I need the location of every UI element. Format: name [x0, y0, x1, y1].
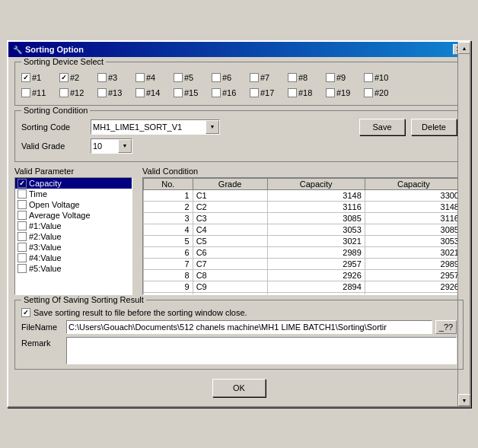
- cell-cap1: 3116: [267, 202, 365, 213]
- param-item-val5[interactable]: #5:Value: [15, 263, 132, 274]
- table-row: 8 C8 2926 2957: [144, 270, 463, 281]
- device-item-18[interactable]: #18: [288, 88, 320, 97]
- device-checkbox-20[interactable]: [364, 88, 373, 97]
- remark-label: Remark: [21, 337, 63, 348]
- condition-table-area: No. Grade Capacity Capacity 1 C1 3148 33…: [142, 177, 464, 295]
- param-checkbox-time[interactable]: [18, 189, 27, 199]
- device-item-5[interactable]: #5: [174, 73, 206, 82]
- device-select-title: Sorting Device Select: [21, 57, 106, 66]
- device-item-1[interactable]: #1: [21, 73, 53, 82]
- cell-cap2: 3116: [365, 213, 462, 224]
- sorting-code-select-wrapper[interactable]: MH1_LIME1_SORT_V1: [91, 119, 220, 135]
- delete-button[interactable]: Delete: [411, 119, 457, 135]
- param-item-val4[interactable]: #4:Value: [15, 253, 132, 263]
- device-checkbox-16[interactable]: [212, 88, 221, 97]
- device-label-7: #7: [260, 73, 269, 82]
- param-checkbox-val2[interactable]: [18, 232, 27, 241]
- param-checkbox-val4[interactable]: [18, 253, 27, 262]
- scroll-down-arrow[interactable]: ▼: [458, 394, 470, 406]
- device-checkbox-13[interactable]: [97, 88, 107, 97]
- device-checkbox-6[interactable]: [212, 73, 221, 82]
- device-checkbox-11[interactable]: [21, 88, 30, 97]
- param-checkbox-open-voltage[interactable]: [18, 200, 27, 209]
- save-checkbox[interactable]: [21, 308, 30, 317]
- ok-button[interactable]: OK: [212, 379, 266, 397]
- param-checkbox-val5[interactable]: [18, 264, 27, 273]
- device-item-2[interactable]: #2: [59, 73, 91, 82]
- device-checkbox-3[interactable]: [97, 73, 107, 82]
- device-checkbox-1[interactable]: [21, 73, 30, 82]
- device-item-7[interactable]: #7: [250, 73, 282, 82]
- device-item-8[interactable]: #8: [288, 73, 320, 82]
- param-item-val3[interactable]: #3:Value: [15, 242, 132, 253]
- sorting-code-label: Sorting Code: [21, 122, 86, 132]
- cell-no: 1: [144, 190, 193, 202]
- filename-browse-button[interactable]: _??: [435, 320, 457, 334]
- device-item-16[interactable]: #16: [212, 88, 244, 97]
- valid-grade-select[interactable]: 10: [91, 138, 132, 154]
- sorting-code-select[interactable]: MH1_LIME1_SORT_V1: [91, 119, 220, 135]
- remark-input[interactable]: [66, 337, 457, 364]
- cell-grade: C5: [193, 236, 267, 247]
- device-item-14[interactable]: #14: [135, 88, 167, 97]
- param-checkbox-val3[interactable]: [18, 243, 27, 252]
- device-item-9[interactable]: #9: [326, 73, 358, 82]
- device-checkbox-8[interactable]: [288, 73, 297, 82]
- table-row: 6 C6 2989 3021: [144, 247, 463, 259]
- save-checkbox-row: Save sorting result to file before the s…: [21, 308, 457, 317]
- param-checkbox-capacity[interactable]: [18, 179, 27, 188]
- valid-condition-label: Valid Condition: [142, 167, 464, 176]
- device-checkbox-15[interactable]: [174, 88, 183, 97]
- param-item-val2[interactable]: #2:Value: [15, 231, 132, 242]
- device-checkbox-4[interactable]: [135, 73, 145, 82]
- device-checkbox-5[interactable]: [174, 73, 183, 82]
- param-item-avg-voltage[interactable]: Average Voltage: [15, 210, 132, 221]
- save-button[interactable]: Save: [359, 119, 405, 135]
- param-label-val1: #1:Value: [29, 221, 62, 230]
- device-item-17[interactable]: #17: [250, 88, 282, 97]
- device-label-1: #1: [32, 73, 41, 82]
- device-checkbox-18[interactable]: [288, 88, 297, 97]
- device-item-15[interactable]: #15: [174, 88, 206, 97]
- filename-input[interactable]: [66, 320, 432, 334]
- device-checkbox-17[interactable]: [250, 88, 259, 97]
- device-checkbox-2[interactable]: [59, 73, 69, 82]
- param-item-time[interactable]: Time: [15, 189, 132, 199]
- condition-table-wrap[interactable]: No. Grade Capacity Capacity 1 C1 3148 33…: [142, 177, 464, 295]
- device-item-19[interactable]: #19: [326, 88, 358, 97]
- device-item-10[interactable]: #10: [364, 73, 396, 82]
- device-item-3[interactable]: #3: [97, 73, 129, 82]
- device-checkbox-19[interactable]: [326, 88, 335, 97]
- device-checkbox-12[interactable]: [59, 88, 69, 97]
- cell-no: 3: [144, 213, 193, 224]
- param-list[interactable]: Capacity Time Open Voltage Average Volta…: [14, 177, 132, 295]
- cell-cap2: 2926: [365, 281, 462, 293]
- param-item-capacity[interactable]: Capacity: [15, 178, 132, 189]
- device-label-8: #8: [298, 73, 308, 82]
- param-checkbox-val1[interactable]: [18, 221, 27, 230]
- device-item-11[interactable]: #11: [21, 88, 53, 97]
- device-item-6[interactable]: #6: [212, 73, 244, 82]
- device-checkbox-7[interactable]: [250, 73, 259, 82]
- cell-cap1: 3148: [267, 190, 365, 202]
- title-bar: 🔧 Sorting Option ✕: [8, 42, 470, 57]
- device-checkbox-10[interactable]: [364, 73, 373, 82]
- device-item-20[interactable]: #20: [364, 88, 396, 97]
- device-checkbox-14[interactable]: [135, 88, 145, 97]
- scroll-up-arrow[interactable]: ▲: [458, 42, 470, 54]
- param-item-open-voltage[interactable]: Open Voltage: [15, 199, 132, 210]
- param-item-val1[interactable]: #1:Value: [15, 221, 132, 231]
- cell-cap2: 3148: [365, 202, 462, 213]
- window-icon: 🔧: [13, 46, 22, 54]
- condition-table: No. Grade Capacity Capacity 1 C1 3148 33…: [143, 178, 463, 295]
- device-checkbox-9[interactable]: [326, 73, 335, 82]
- device-item-12[interactable]: #12: [59, 88, 91, 97]
- param-checkbox-avg-voltage[interactable]: [18, 211, 27, 220]
- valid-grade-select-wrapper[interactable]: 10: [91, 138, 132, 154]
- device-item-4[interactable]: #4: [135, 73, 167, 82]
- saving-section: Setting Of Saving Sorting Result Save so…: [14, 300, 464, 370]
- device-item-13[interactable]: #13: [97, 88, 129, 97]
- param-label-avg-voltage: Average Voltage: [29, 211, 91, 220]
- device-label-13: #13: [108, 88, 122, 97]
- device-label-2: #2: [70, 73, 79, 82]
